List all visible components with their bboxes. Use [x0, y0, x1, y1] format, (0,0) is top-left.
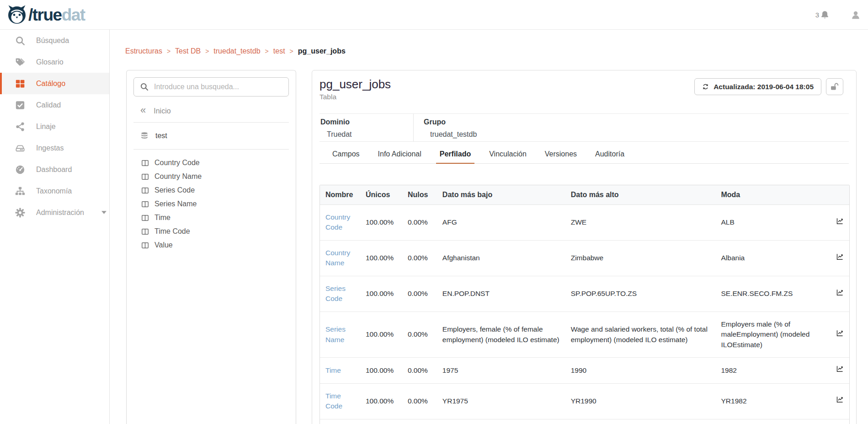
- chart-line-icon[interactable]: [836, 217, 844, 225]
- gauge-icon: [15, 165, 25, 175]
- structure-search-input[interactable]: [133, 77, 289, 97]
- breadcrumb-separator: >: [205, 48, 209, 55]
- mode-value: Employers male (% of maleEmployment) (mo…: [715, 312, 830, 358]
- grid-icon: [15, 79, 25, 89]
- lowest-value: EN.POP.DNST: [437, 276, 565, 312]
- search-icon: [140, 82, 149, 91]
- notifications-button[interactable]: 3: [815, 10, 830, 20]
- col-header-unicos: Únicos: [360, 185, 402, 205]
- mode-value: ALB: [715, 205, 830, 241]
- highest-value: SP.POP.65UP.TO.ZS: [565, 276, 716, 312]
- table-row: Series Name 100.00% 0.00% Employers, fem…: [320, 312, 849, 358]
- sitemap-icon: [15, 186, 25, 196]
- sidebar-item-label: Glosario: [36, 58, 64, 66]
- gear-icon: [15, 208, 25, 218]
- breadcrumb-link-testdb[interactable]: Test DB: [175, 47, 201, 55]
- field-link[interactable]: Series Code: [325, 284, 346, 302]
- tab-campos[interactable]: Campos: [329, 150, 363, 163]
- group-value: truedat_testdb: [424, 130, 849, 139]
- field-link[interactable]: Country Code: [325, 213, 350, 231]
- mode-value: YR1982: [715, 384, 830, 419]
- breadcrumb-link-estructuras[interactable]: Estructuras: [125, 47, 162, 55]
- explorer-back-button[interactable]: « Inicio: [127, 100, 296, 122]
- table-row: Time 100.00% 0.00% 1975 1990 1982: [320, 358, 849, 383]
- columns-icon: [141, 214, 149, 222]
- col-header-actions: [831, 185, 849, 205]
- tab-auditoria[interactable]: Auditoría: [591, 150, 628, 163]
- column-item-time-code[interactable]: Time Code: [127, 225, 296, 238]
- field-link[interactable]: Time: [325, 366, 341, 374]
- sidebar-item-label: Dashboard: [36, 166, 72, 174]
- sidebar-item-dashboard[interactable]: Dashboard: [0, 159, 109, 180]
- tab-versiones[interactable]: Versiones: [541, 150, 580, 163]
- column-item-country-name[interactable]: Country Name: [127, 170, 296, 183]
- chart-line-icon[interactable]: [836, 396, 844, 403]
- column-item-time[interactable]: Time: [127, 211, 296, 225]
- owl-logo-icon: [6, 4, 27, 26]
- unique-value: 100.00%: [360, 312, 402, 358]
- chart-line-icon[interactable]: [836, 253, 844, 261]
- user-icon: [851, 10, 861, 20]
- columns-icon: [141, 187, 149, 194]
- chart-line-icon[interactable]: [836, 289, 844, 296]
- sidebar-item-linaje[interactable]: Linaje: [0, 116, 109, 137]
- sidebar-item-label: Linaje: [36, 123, 56, 131]
- columns-icon: [141, 159, 149, 167]
- app-window: /truedat 3 Búsqueda: [0, 0, 868, 424]
- truedat-logo[interactable]: /truedat: [6, 4, 85, 26]
- sidebar-item-busqueda[interactable]: Búsqueda: [0, 30, 109, 51]
- mode-value: Albania: [715, 241, 830, 276]
- column-item-value[interactable]: Value: [127, 238, 296, 252]
- share-icon: [15, 122, 25, 132]
- field-link[interactable]: Series Name: [325, 325, 346, 343]
- sidebar-item-taxonomia[interactable]: Taxonomía: [0, 180, 109, 202]
- breadcrumb-separator: >: [167, 48, 170, 55]
- refresh-icon: [702, 83, 709, 90]
- mode-value: 1982: [715, 358, 830, 383]
- field-link[interactable]: Country Name: [325, 249, 350, 267]
- table-header-row: Nombre Únicos Nulos Dato más bajo Dato m…: [320, 185, 849, 205]
- lowest-value: 9.0304343124: [437, 419, 565, 424]
- breadcrumb-link-test[interactable]: test: [273, 47, 285, 55]
- tab-perfilado[interactable]: Perfilado: [436, 150, 474, 163]
- tab-vinculacion[interactable]: Vinculación: [485, 150, 530, 163]
- chart-line-icon[interactable]: [836, 365, 844, 373]
- highest-value: 89.1232459: [565, 419, 716, 424]
- sidebar-item-administracion[interactable]: Administración: [0, 202, 109, 223]
- columns-icon: [141, 173, 149, 181]
- column-item-label: Series Code: [154, 186, 195, 194]
- column-item-label: Country Code: [154, 159, 200, 167]
- chart-line-icon[interactable]: [836, 329, 844, 337]
- tab-info-adicional[interactable]: Info Adicional: [374, 150, 425, 163]
- user-menu-button[interactable]: [851, 10, 861, 20]
- table-row: Time Code 100.00% 0.00% YR1975 YR1990 YR…: [320, 384, 849, 419]
- unique-value: 100.00%: [360, 276, 402, 312]
- topbar: /truedat 3: [0, 0, 868, 30]
- columns-icon: [141, 242, 149, 249]
- breadcrumb: Estructuras > Test DB > truedat_testdb >…: [125, 47, 346, 55]
- sidebar-item-calidad[interactable]: Calidad: [0, 94, 109, 116]
- column-item-series-code[interactable]: Series Code: [127, 183, 296, 197]
- column-item-series-name[interactable]: Series Name: [127, 197, 296, 211]
- refresh-updated-button[interactable]: Actualizada: 2019-06-04 18:05: [694, 78, 821, 95]
- domain-value: Truedat: [320, 130, 413, 139]
- sidebar-item-glosario[interactable]: Glosario: [0, 51, 109, 73]
- unique-value: 100.00%: [360, 384, 402, 419]
- column-list: Country Code Country Name Series Code Se…: [127, 150, 296, 252]
- field-link[interactable]: Time Code: [325, 392, 342, 410]
- column-item-country-code[interactable]: Country Code: [127, 156, 296, 170]
- sidebar-item-label: Búsqueda: [36, 37, 69, 45]
- sidebar-item-catalogo[interactable]: Catálogo: [0, 73, 109, 94]
- unlock-button[interactable]: [826, 78, 843, 95]
- breadcrumb-link-truedat-testdb[interactable]: truedat_testdb: [213, 47, 260, 55]
- unique-value: 100.00%: [360, 358, 402, 383]
- explorer-back-label: Inicio: [154, 107, 170, 115]
- column-item-label: Country Name: [154, 172, 202, 181]
- explorer-root-item[interactable]: test: [127, 123, 296, 149]
- col-header-moda: Moda: [715, 185, 830, 205]
- nulls-value: 0.00%: [402, 312, 437, 358]
- column-item-label: Value: [154, 241, 173, 249]
- nulls-value: 0.00%: [402, 241, 437, 276]
- sidebar-item-ingestas[interactable]: Ingestas: [0, 137, 109, 159]
- bell-icon: [820, 10, 830, 20]
